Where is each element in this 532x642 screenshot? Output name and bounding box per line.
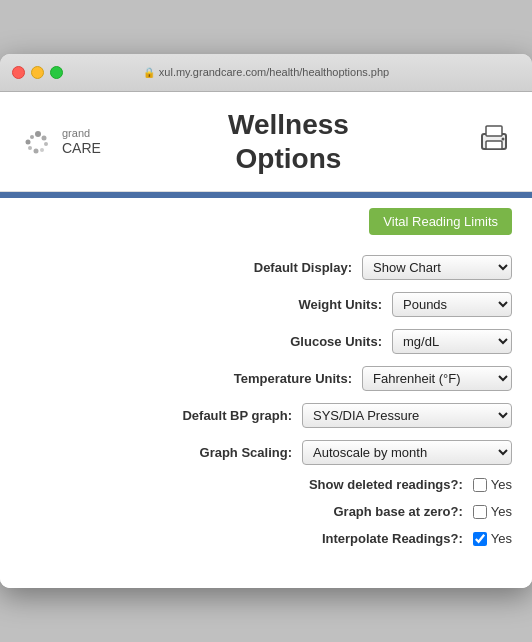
show-deleted-label: Show deleted readings?:: [309, 477, 463, 492]
weight-units-select[interactable]: Pounds Kilograms: [392, 292, 512, 317]
logo-care: CARE: [62, 140, 101, 157]
svg-point-2: [44, 142, 48, 146]
svg-rect-9: [486, 126, 502, 136]
svg-point-1: [42, 135, 47, 140]
graph-base-row: Graph base at zero?: Yes: [20, 504, 512, 519]
interpolate-checkbox[interactable]: [473, 532, 487, 546]
svg-point-5: [28, 146, 32, 150]
interpolate-row: Interpolate Readings?: Yes: [20, 531, 512, 546]
vital-limits-row: Vital Reading Limits: [0, 198, 532, 245]
default-display-row: Default Display: Show Chart Show Table: [20, 255, 512, 280]
titlebar: 🔒 xul.my.grandcare.com/health/healthopti…: [0, 54, 532, 92]
temperature-units-select[interactable]: Fahrenheit (°F) Celsius (°C): [362, 366, 512, 391]
svg-point-0: [35, 131, 41, 137]
svg-point-11: [502, 138, 505, 141]
graph-base-yes-text: Yes: [491, 504, 512, 519]
weight-units-row: Weight Units: Pounds Kilograms: [20, 292, 512, 317]
interpolate-yes-text: Yes: [491, 531, 512, 546]
graph-base-checkbox[interactable]: [473, 505, 487, 519]
address-bar[interactable]: 🔒 xul.my.grandcare.com/health/healthopti…: [143, 66, 389, 78]
form-area: Default Display: Show Chart Show Table W…: [0, 245, 532, 588]
svg-point-7: [30, 135, 34, 139]
page-title: Wellness Options: [228, 108, 349, 175]
svg-point-3: [40, 148, 44, 152]
graph-scaling-label: Graph Scaling:: [200, 445, 292, 460]
show-deleted-row: Show deleted readings?: Yes: [20, 477, 512, 492]
logo-grand: grand: [62, 127, 101, 140]
svg-point-6: [26, 139, 31, 144]
logo-text: grand CARE: [62, 127, 101, 157]
svg-point-4: [34, 148, 39, 153]
maximize-button[interactable]: [50, 66, 63, 79]
main-window: 🔒 xul.my.grandcare.com/health/healthopti…: [0, 54, 532, 588]
bp-graph-select[interactable]: SYS/DIA Pressure Mean Arterial Pressure: [302, 403, 512, 428]
glucose-units-row: Glucose Units: mg/dL mmol/L: [20, 329, 512, 354]
graph-scaling-row: Graph Scaling: Autoscale by month Autosc…: [20, 440, 512, 465]
glucose-units-select[interactable]: mg/dL mmol/L: [392, 329, 512, 354]
page-header: grand CARE Wellness Options: [0, 92, 532, 192]
vital-reading-limits-button[interactable]: Vital Reading Limits: [369, 208, 512, 235]
show-deleted-checkbox-label: Yes: [473, 477, 512, 492]
print-button[interactable]: [476, 120, 512, 163]
show-deleted-checkbox[interactable]: [473, 478, 487, 492]
bp-graph-row: Default BP graph: SYS/DIA Pressure Mean …: [20, 403, 512, 428]
close-button[interactable]: [12, 66, 25, 79]
interpolate-checkbox-label: Yes: [473, 531, 512, 546]
default-display-label: Default Display:: [254, 260, 352, 275]
graph-scaling-select[interactable]: Autoscale by month Autoscale by week Fix…: [302, 440, 512, 465]
interpolate-label: Interpolate Readings?:: [322, 531, 463, 546]
url-text: xul.my.grandcare.com/health/healthoption…: [159, 66, 389, 78]
logo-area: grand CARE: [20, 124, 101, 160]
default-display-select[interactable]: Show Chart Show Table: [362, 255, 512, 280]
glucose-units-label: Glucose Units:: [290, 334, 382, 349]
temperature-units-label: Temperature Units:: [234, 371, 352, 386]
lock-icon: 🔒: [143, 67, 155, 78]
show-deleted-yes-text: Yes: [491, 477, 512, 492]
graph-base-checkbox-label: Yes: [473, 504, 512, 519]
svg-rect-10: [486, 141, 502, 149]
graph-base-label: Graph base at zero?:: [333, 504, 462, 519]
page-content: grand CARE Wellness Options Vital: [0, 92, 532, 588]
traffic-lights: [12, 66, 63, 79]
temperature-units-row: Temperature Units: Fahrenheit (°F) Celsi…: [20, 366, 512, 391]
bp-graph-label: Default BP graph:: [182, 408, 292, 423]
minimize-button[interactable]: [31, 66, 44, 79]
grandcare-logo-icon: [20, 124, 56, 160]
weight-units-label: Weight Units:: [298, 297, 382, 312]
